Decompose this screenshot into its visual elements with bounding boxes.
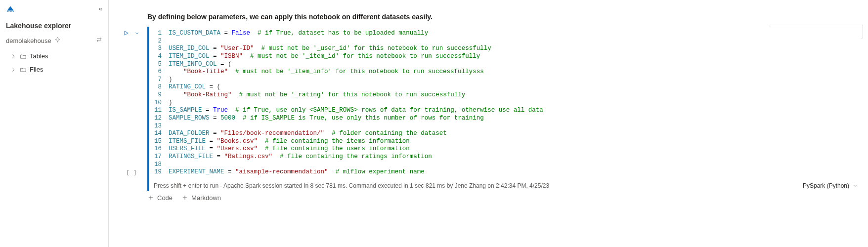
line-number: 1 <box>149 30 169 38</box>
line-number: 11 <box>149 107 169 115</box>
code-line[interactable]: 4ITEM_ID_COL = "ISBN" # must not be '_it… <box>149 53 861 61</box>
cell-gutter: [ ] <box>116 27 147 191</box>
lakehouse-logo <box>6 4 15 13</box>
line-number: 10 <box>149 99 169 107</box>
chevron-right-icon <box>10 66 17 73</box>
line-code[interactable]: RATING_COL = ( <box>169 83 220 91</box>
line-number: 7 <box>149 76 169 84</box>
code-line[interactable]: 19EXPERIMENT_NAME = "aisample-recommenda… <box>149 168 861 176</box>
code-line[interactable]: 17RATINGS_FILE = "Ratings.csv" # file co… <box>149 153 861 161</box>
folder-icon <box>20 66 27 73</box>
sidebar-title: Lakehouse explorer <box>0 15 108 34</box>
tree-item-files[interactable]: Files <box>1 63 107 76</box>
session-info: Apache Spark session started in 8 sec 78… <box>223 182 549 189</box>
main-content: By defining below parameters, we can app… <box>109 0 868 247</box>
line-number: 13 <box>149 123 169 130</box>
code-line[interactable]: 15ITEMS_FILE = "Books.csv" # file contai… <box>149 138 861 146</box>
line-number: 17 <box>149 153 169 161</box>
line-number: 18 <box>149 161 169 169</box>
plus-icon <box>181 194 188 201</box>
line-number: 6 <box>149 68 169 76</box>
line-number: 15 <box>149 138 169 146</box>
folder-icon <box>20 53 27 60</box>
tree-label-tables: Tables <box>30 52 48 60</box>
add-code-cell-button[interactable]: Code <box>147 194 173 202</box>
code-line[interactable]: 5ITEM_INFO_COL = ( <box>149 61 861 69</box>
collapse-sidebar-button[interactable]: « <box>99 5 102 12</box>
line-code[interactable]: EXPERIMENT_NAME = "aisample-recommendati… <box>169 168 425 176</box>
line-code[interactable]: IS_CUSTOM_DATA = False # if True, datase… <box>169 30 428 38</box>
line-number: 8 <box>149 83 169 91</box>
execution-indicator: [ ] <box>126 169 137 176</box>
line-code[interactable]: SAMPLE_ROWS = 5000 # if IS_SAMPLE is Tru… <box>169 115 484 123</box>
code-line[interactable]: 7) <box>149 76 861 84</box>
chevron-down-icon <box>852 183 858 189</box>
line-number: 4 <box>149 53 169 61</box>
sidebar: « Lakehouse explorer demolakehouse Table… <box>0 0 109 247</box>
run-cell-button[interactable] <box>123 30 130 38</box>
line-number: 2 <box>149 38 169 45</box>
kernel-name: PySpark (Python) <box>803 182 849 189</box>
line-number: 16 <box>149 145 169 153</box>
line-code[interactable]: "Book-Title" # must not be '_item_info' … <box>169 68 484 76</box>
line-code[interactable]: DATA_FOLDER = "Files/book-recommendation… <box>169 130 447 138</box>
code-line[interactable]: 3USER_ID_COL = "User-ID" # must not be '… <box>149 45 861 53</box>
kernel-picker[interactable]: PySpark (Python) <box>803 182 861 189</box>
code-line[interactable]: 2 <box>149 38 861 45</box>
line-code[interactable]: ) <box>169 76 173 84</box>
line-code[interactable]: ) <box>169 99 173 107</box>
lakehouse-tree: Tables Files <box>0 47 108 78</box>
plus-icon <box>147 194 154 201</box>
line-number: 12 <box>149 115 169 123</box>
swap-lakehouse-icon[interactable] <box>96 37 102 44</box>
line-code[interactable]: ITEMS_FILE = "Books.csv" # file containi… <box>169 138 410 146</box>
run-hint: Press shift + enter to run <box>154 182 218 189</box>
add-cell-buttons: Code Markdown <box>116 191 861 202</box>
lakehouse-name[interactable]: demolakehouse <box>6 37 61 44</box>
code-cell: [ ] 1IS_CUSTOM_DATA = False # if True, d… <box>116 27 861 191</box>
code-line[interactable]: 8RATING_COL = ( <box>149 83 861 91</box>
line-code[interactable]: IS_SAMPLE = True # if True, use only <SA… <box>169 107 543 115</box>
code-line[interactable]: 1IS_CUSTOM_DATA = False # if True, datas… <box>149 30 861 38</box>
code-line[interactable]: 18 <box>149 161 861 169</box>
line-code[interactable]: "Book-Rating" # must not be '_rating' fo… <box>169 91 465 99</box>
code-line[interactable]: 6 "Book-Title" # must not be '_item_info… <box>149 68 861 76</box>
code-editor[interactable]: 1IS_CUSTOM_DATA = False # if True, datas… <box>149 27 861 178</box>
line-code[interactable]: ITEM_ID_COL = "ISBN" # must not be '_ite… <box>169 53 480 61</box>
cell-status-text: Press shift + enter to run - Apache Spar… <box>154 182 549 189</box>
code-line[interactable]: 9 "Book-Rating" # must not be '_rating' … <box>149 91 861 99</box>
tree-item-tables[interactable]: Tables <box>1 49 107 63</box>
chevron-right-icon <box>10 53 17 60</box>
tree-label-files: Files <box>30 66 43 73</box>
line-number: 3 <box>149 45 169 53</box>
line-number: 19 <box>149 168 169 176</box>
code-line[interactable]: 16USERS_FILE = "Users.csv" # file contai… <box>149 145 861 153</box>
line-number: 14 <box>149 130 169 138</box>
expand-cell-button[interactable] <box>133 30 140 38</box>
line-code[interactable]: USER_ID_COL = "User-ID" # must not be '_… <box>169 45 491 53</box>
add-markdown-label: Markdown <box>191 194 221 202</box>
add-code-label: Code <box>157 194 173 202</box>
line-code[interactable]: ITEM_INFO_COL = ( <box>169 61 232 69</box>
add-markdown-cell-button[interactable]: Markdown <box>181 194 221 202</box>
lakehouse-name-label: demolakehouse <box>6 37 51 44</box>
pin-icon[interactable] <box>54 37 61 44</box>
code-line[interactable]: 10) <box>149 99 861 107</box>
code-line[interactable]: 14DATA_FOLDER = "Files/book-recommendati… <box>149 130 861 138</box>
code-line[interactable]: 12SAMPLE_ROWS = 5000 # if IS_SAMPLE is T… <box>149 115 861 123</box>
code-line[interactable]: 13 <box>149 123 861 130</box>
line-number: 9 <box>149 91 169 99</box>
markdown-heading: By defining below parameters, we can app… <box>116 3 861 27</box>
line-code[interactable]: RATINGS_FILE = "Ratings.csv" # file cont… <box>169 153 432 161</box>
line-code[interactable]: USERS_FILE = "Users.csv" # file containi… <box>169 145 410 153</box>
code-line[interactable]: 11IS_SAMPLE = True # if True, use only <… <box>149 107 861 115</box>
line-number: 5 <box>149 61 169 69</box>
